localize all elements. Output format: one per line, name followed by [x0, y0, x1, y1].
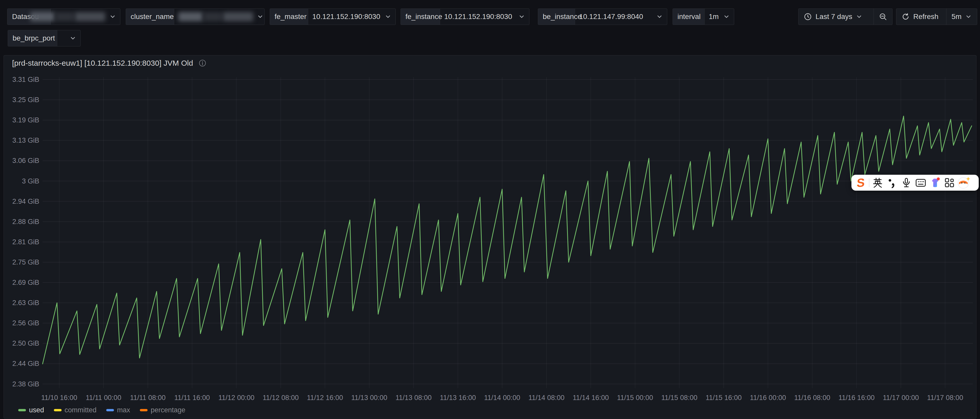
fe-instance-label: fe_instance — [401, 9, 440, 25]
be-brpc-port-value — [57, 30, 80, 46]
chevron-down-icon — [723, 13, 730, 20]
be-brpc-port-dropdown[interactable]: be_brpc_port — [8, 30, 81, 46]
fe-master-value: 10.121.152.190:8030 — [308, 9, 395, 25]
y-tick-label: 2.38 GiB — [4, 381, 39, 388]
legend-label: committed — [65, 406, 97, 414]
fe-master-dropdown[interactable]: fe_master 10.121.152.190:8030 — [270, 8, 396, 25]
legend-color-chip — [140, 409, 148, 411]
interval-dropdown[interactable]: interval 1m — [673, 8, 734, 25]
cluster-name-label: cluster_name — [126, 9, 174, 25]
clock-icon — [804, 13, 812, 21]
legend: usedcommittedmaxpercentage — [18, 406, 185, 414]
jvm-old-panel: [prd-starrocks-euw1] [10.121.152.190:803… — [3, 55, 977, 419]
virtual-keyboard-icon[interactable] — [913, 175, 928, 190]
legend-color-chip — [106, 409, 114, 411]
microphone-icon[interactable] — [899, 175, 913, 190]
y-tick-label: 3.13 GiB — [4, 137, 39, 144]
refresh-interval-dropdown[interactable]: 5m — [947, 9, 977, 25]
panel-title[interactable]: [prd-starrocks-euw1] [10.121.152.190:803… — [12, 59, 193, 67]
legend-label: used — [29, 406, 44, 414]
sogou-input-toolbar: S — [851, 175, 979, 191]
info-icon[interactable] — [199, 59, 206, 67]
y-tick-label: 2.69 GiB — [4, 279, 39, 286]
toolbox-grid-icon[interactable] — [942, 175, 957, 190]
redaction-blur — [30, 12, 105, 21]
chevron-down-icon — [519, 13, 525, 20]
time-range-controls: Last 7 days — [798, 8, 892, 25]
refresh-label: Refresh — [913, 13, 939, 21]
fe-instance-dropdown[interactable]: fe_instance 10.121.152.190:8030 — [401, 8, 530, 25]
y-tick-label: 3.31 GiB — [4, 76, 39, 83]
refresh-controls: Refresh 5m — [896, 8, 977, 25]
punctuation-icon[interactable] — [885, 175, 899, 190]
fe-master-label: fe_master — [270, 9, 308, 25]
y-tick-label: 2.75 GiB — [4, 259, 39, 266]
zoom-out-button[interactable] — [874, 9, 892, 25]
y-tick-label: 2.63 GiB — [4, 299, 39, 306]
redaction-blur — [178, 12, 253, 21]
y-tick-label: 3.06 GiB — [4, 157, 39, 164]
legend-color-chip — [54, 409, 62, 411]
chevron-down-icon — [965, 13, 972, 20]
cluster-name-value — [174, 9, 264, 25]
cluster-name-dropdown[interactable]: cluster_name — [126, 8, 264, 25]
interval-label: interval — [673, 9, 705, 25]
y-tick-label: 2.94 GiB — [4, 198, 39, 205]
be-instance-dropdown[interactable]: be_instance 10.121.147.99:8040 — [538, 8, 667, 25]
divider — [869, 178, 869, 187]
sogou-logo-icon[interactable]: S — [853, 175, 868, 190]
y-tick-label: 2.50 GiB — [4, 340, 39, 347]
chinese-english-mode-icon[interactable] — [870, 175, 885, 190]
chevron-down-icon — [656, 13, 663, 20]
zoom-out-icon — [879, 13, 887, 21]
time-series-chart — [43, 77, 973, 388]
y-tick-label: 2.81 GiB — [4, 238, 39, 245]
chevron-down-icon — [385, 13, 391, 20]
y-tick-label: 2.56 GiB — [4, 319, 39, 327]
legend-label: percentage — [151, 406, 185, 414]
y-tick-label: 2.88 GiB — [4, 218, 39, 225]
datasource-value — [51, 9, 120, 25]
be-instance-value: 10.121.147.99:8040 — [575, 9, 667, 25]
plot-area[interactable] — [43, 77, 973, 388]
datasource-dropdown[interactable]: Datasou — [7, 8, 120, 25]
x-tick-label: 11/17 08:00 — [917, 394, 973, 402]
legend-item-max[interactable]: max — [106, 406, 130, 414]
skin-icon[interactable] — [928, 175, 942, 190]
y-tick-label: 3.19 GiB — [4, 116, 39, 124]
refresh-icon — [902, 13, 910, 21]
legend-item-committed[interactable]: committed — [54, 406, 97, 414]
used-series-line — [43, 116, 972, 364]
chevron-down-icon — [856, 13, 862, 20]
refresh-interval-value: 5m — [951, 13, 961, 21]
chevron-down-icon — [257, 13, 264, 20]
chevron-down-icon — [109, 13, 116, 20]
grafana-dashboard: { "toolbar": { "variables": [ { "id": "d… — [0, 0, 980, 419]
legend-item-used[interactable]: used — [18, 406, 44, 414]
refresh-button[interactable]: Refresh — [896, 9, 946, 25]
legend-item-percentage[interactable]: percentage — [140, 406, 185, 414]
gridlines — [43, 77, 973, 388]
time-range-picker[interactable]: Last 7 days — [799, 9, 873, 25]
be-instance-label: be_instance — [538, 9, 575, 25]
chevron-down-icon — [70, 35, 76, 41]
fe-instance-value: 10.121.152.190:8030 — [440, 9, 529, 25]
y-tick-label: 2.44 GiB — [4, 360, 39, 367]
y-tick-label: 3 GiB — [4, 178, 39, 185]
time-range-label: Last 7 days — [816, 13, 852, 21]
legend-label: max — [117, 406, 130, 414]
interval-value: 1m — [705, 9, 734, 25]
be-brpc-port-label: be_brpc_port — [8, 30, 57, 46]
y-tick-label: 3.25 GiB — [4, 96, 39, 104]
legend-color-chip — [18, 409, 26, 411]
ai-assistant-icon[interactable] — [957, 175, 971, 190]
panel-header: [prd-starrocks-euw1] [10.121.152.190:803… — [4, 56, 976, 71]
